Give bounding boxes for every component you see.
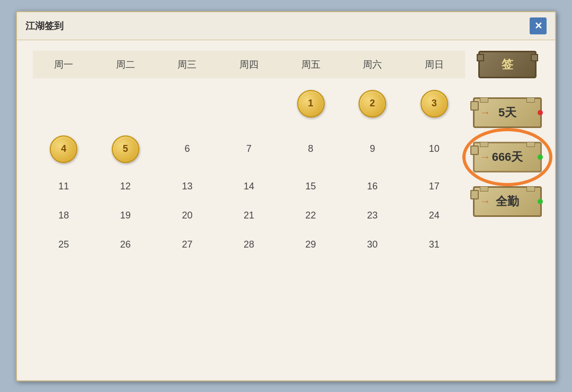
reward-666-button[interactable]: → 666天 xyxy=(473,142,542,172)
calendar-cell-16: 16 xyxy=(342,175,404,198)
calendar-cell-20: 20 xyxy=(156,204,218,227)
calendar-cell-7: 7 xyxy=(218,129,280,169)
coin-1: 1 xyxy=(297,90,325,117)
calendar-cell-14: 14 xyxy=(218,175,280,198)
close-button[interactable]: ✕ xyxy=(530,17,547,34)
weekday-fri: 周五 xyxy=(280,51,342,78)
calendar-cell-24: 24 xyxy=(403,204,465,227)
bracket-decoration-2 xyxy=(480,142,535,146)
calendar-cell-31: 31 xyxy=(403,233,465,257)
calendar-cell-empty xyxy=(156,84,218,124)
calendar-header: 周一 周二 周三 周四 周五 周六 周日 xyxy=(33,51,465,78)
calendar-cell-25: 25 xyxy=(33,233,95,257)
calendar-cell-4: 4 xyxy=(33,129,95,169)
weekday-tue: 周二 xyxy=(95,51,157,78)
coin-3: 3 xyxy=(421,90,448,117)
calendar-cell-21: 21 xyxy=(218,204,280,227)
dialog-titlebar: 江湖签到 ✕ xyxy=(17,12,555,40)
calendar-cell-11: 11 xyxy=(33,175,95,198)
calendar-cell-26: 26 xyxy=(95,233,157,257)
arrow-icon-2: → xyxy=(480,151,490,163)
calendar-cell-17: 17 xyxy=(403,175,465,198)
coin-5: 5 xyxy=(112,135,139,163)
reward-666-wrapper: → 666天 xyxy=(473,142,542,172)
calendar-grid: 1 2 3 4 5 6 7 8 9 10 11 12 13 14 15 16 1… xyxy=(33,84,465,257)
calendar-section: 周一 周二 周三 周四 周五 周六 周日 1 2 3 4 5 6 xyxy=(33,51,465,257)
sign-button[interactable]: 签 xyxy=(478,51,537,78)
sign-button-label: 签 xyxy=(502,57,513,72)
weekday-sun: 周日 xyxy=(403,51,465,78)
calendar-cell-empty xyxy=(95,84,157,124)
calendar-cell-23: 23 xyxy=(342,204,404,227)
calendar-cell-6: 6 xyxy=(156,129,218,169)
reward-quanqin-indicator xyxy=(538,199,543,204)
calendar-cell-5: 5 xyxy=(95,129,157,169)
calendar-cell-10: 10 xyxy=(403,129,465,169)
calendar-cell-29: 29 xyxy=(280,233,342,257)
reward-quanqin-button[interactable]: → 全勤 xyxy=(473,186,542,217)
calendar-cell-12: 12 xyxy=(95,175,157,198)
calendar-cell-8: 8 xyxy=(280,129,342,169)
bracket-decoration-3 xyxy=(480,186,535,190)
calendar-cell-1: 1 xyxy=(280,84,342,124)
reward-5-indicator xyxy=(538,110,543,115)
calendar-cell-empty xyxy=(33,84,95,124)
calendar-cell-13: 13 xyxy=(156,175,218,198)
sidebar-section: 签 → 5天 → 666天 xyxy=(476,51,539,257)
bracket-decoration xyxy=(480,97,535,102)
dialog-title: 江湖签到 xyxy=(25,20,64,32)
calendar-cell-9: 9 xyxy=(342,129,404,169)
calendar-cell-empty xyxy=(218,84,280,124)
calendar-cell-19: 19 xyxy=(95,204,157,227)
arrow-icon-3: → xyxy=(480,195,490,207)
calendar-cell-18: 18 xyxy=(33,204,95,227)
dialog-body: 周一 周二 周三 周四 周五 周六 周日 1 2 3 4 5 6 xyxy=(17,40,555,267)
calendar-cell-22: 22 xyxy=(280,204,342,227)
coin-4: 4 xyxy=(50,135,77,163)
weekday-thu: 周四 xyxy=(218,51,280,78)
weekday-sat: 周六 xyxy=(342,51,404,78)
dialog: 江湖签到 ✕ 周一 周二 周三 周四 周五 周六 周日 1 2 3 xyxy=(16,11,556,381)
reward-666-indicator xyxy=(538,154,543,160)
reward-5-button[interactable]: → 5天 xyxy=(473,97,542,128)
calendar-cell-30: 30 xyxy=(342,233,404,257)
coin-2: 2 xyxy=(359,90,386,117)
calendar-cell-28: 28 xyxy=(218,233,280,257)
weekday-wed: 周三 xyxy=(156,51,218,78)
calendar-cell-15: 15 xyxy=(280,175,342,198)
calendar-cell-3: 3 xyxy=(403,84,465,124)
calendar-cell-27: 27 xyxy=(156,233,218,257)
weekday-mon: 周一 xyxy=(33,51,95,78)
arrow-icon: → xyxy=(480,106,490,118)
calendar-cell-2: 2 xyxy=(342,84,404,124)
